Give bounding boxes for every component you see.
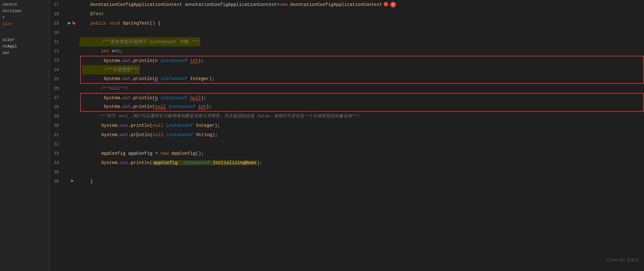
code-line-36: } — [79, 177, 644, 186]
ln-17: 17 — [50, 0, 62, 9]
code-text-27: System.out.println(n instanceof null); — [82, 93, 206, 103]
sidebar-item-4 — [0, 27, 49, 37]
sidebar-item-3[interactable]: ller — [0, 21, 49, 27]
code-line-23: System.out.println(n instanceof int); — [80, 56, 644, 65]
ln-29: 29 — [50, 112, 62, 121]
ln-23: 23 — [50, 56, 62, 65]
gutter-31 — [66, 130, 78, 140]
code-text-36: } — [79, 177, 93, 186]
gutter: ▶ 🔖 ⚑ — [66, 0, 78, 271]
code-line-26: /**null**/ — [79, 84, 644, 93]
ln-21: 21 — [50, 37, 62, 47]
code-line-21: /**基本类型不能用于 instanceof 判断.**/ — [79, 37, 644, 47]
code-text-28: System.out.println(null instanceof int); — [82, 102, 212, 111]
code-line-27: System.out.println(n instanceof null); — [80, 93, 644, 102]
code-line-17: AnnotationConfigApplicationContext annot… — [79, 0, 644, 9]
ln-22: 22 — [50, 47, 62, 56]
code-line-22: int n=1; — [79, 47, 644, 56]
code-text-24: /**引用类型**/ — [82, 65, 140, 74]
error-icon-17: 🔴 — [383, 0, 388, 9]
ln-28: 28 — [50, 102, 62, 112]
code-line-28: System.out.println(null instanceof int); — [80, 102, 644, 112]
gutter-18 — [66, 9, 78, 19]
gutter-27 — [66, 93, 78, 102]
code-text-34: System.out.println(appConfig instanceof … — [79, 158, 262, 167]
gutter-34 — [66, 158, 78, 167]
watermark: CSDN @L-李俊滚 — [607, 257, 639, 263]
ln-33: 33 — [50, 149, 62, 158]
sidebar: contro ntroller r ller oller ntAppl zer — [0, 0, 50, 271]
sidebar-item-7[interactable]: zer — [0, 50, 49, 56]
bookmark-icon-19[interactable]: 🔖 — [71, 19, 76, 28]
gutter-30 — [66, 121, 78, 130]
gutter-26 — [66, 84, 78, 93]
ln-25: 25 — [50, 74, 62, 84]
ln-35: 35 — [50, 167, 62, 177]
code-line-19: public void SpringTest() { — [79, 19, 644, 28]
code-text-26: /**null**/ — [79, 84, 128, 93]
error-badge-17: 9 — [390, 2, 396, 7]
gutter-21 — [66, 37, 78, 47]
gutter-17 — [66, 0, 78, 9]
sidebar-item-5[interactable]: oller — [0, 37, 49, 43]
editor: contro ntroller r ller oller ntAppl zer … — [0, 0, 644, 271]
code-text-23: System.out.println(n instanceof int); — [82, 56, 204, 65]
ln-24: 24 — [50, 65, 62, 74]
code-text-33: AppConfig appConfig = new AppConfig(); — [79, 149, 204, 158]
bookmark-icon-36[interactable]: ⚑ — [71, 177, 73, 186]
code-line-20 — [79, 28, 644, 37]
gutter-32 — [66, 140, 78, 149]
ln-20: 20 — [50, 28, 62, 37]
code-line-35 — [79, 167, 644, 177]
code-line-34: System.out.println(appConfig instanceof … — [79, 158, 644, 167]
code-lines[interactable]: AnnotationConfigApplicationContext annot… — [78, 0, 644, 271]
code-line-30: System.out.println(null instanceof Integ… — [79, 121, 644, 130]
ln-26: 26 — [50, 84, 62, 93]
sidebar-item-1[interactable]: ntroller — [0, 8, 49, 14]
code-line-25: System.out.println(n instanceof Integer)… — [80, 74, 644, 84]
gutter-36[interactable]: ⚑ — [66, 177, 78, 186]
gutter-33 — [66, 149, 78, 158]
sidebar-item-6[interactable]: ntAppl — [0, 43, 49, 50]
ln-19: 19 — [50, 19, 62, 28]
run-icon[interactable]: ▶ — [68, 19, 71, 28]
ln-31: 31 — [50, 130, 62, 140]
gutter-24 — [66, 65, 78, 74]
code-line-32 — [79, 140, 644, 149]
gutter-35 — [66, 167, 78, 177]
code-text-29: /**对于 null，我们可以看到它只能用来判断是否是引用类型，并且返回的总是 … — [79, 112, 360, 121]
sidebar-item-2[interactable]: r — [0, 14, 49, 21]
lines-container: 17 18 19 20 21 22 23 24 25 26 27 28 29 3… — [50, 0, 644, 271]
code-text-31: System.out.println(null instanceof Strin… — [79, 130, 218, 140]
code-text-17: AnnotationConfigApplicationContext annot… — [79, 0, 382, 9]
code-line-29: /**对于 null，我们可以看到它只能用来判断是否是引用类型，并且返回的总是 … — [79, 112, 644, 121]
code-line-33: AppConfig appConfig = new AppConfig(); — [79, 149, 644, 158]
code-text-25: System.out.println(n instanceof Integer)… — [82, 74, 214, 83]
ln-34: 34 — [50, 158, 62, 167]
gutter-29 — [66, 112, 78, 121]
ln-27: 27 — [50, 93, 62, 102]
code-line-31: System.out.println(null instanceof Strin… — [79, 130, 644, 140]
code-text-18: @Test — [79, 9, 104, 19]
gutter-20 — [66, 28, 78, 37]
code-line-18: @Test — [79, 9, 644, 19]
gutter-23 — [66, 56, 78, 65]
gutter-28 — [66, 102, 78, 112]
code-area: 17 18 19 20 21 22 23 24 25 26 27 28 29 3… — [50, 0, 644, 271]
ln-30: 30 — [50, 121, 62, 130]
code-text-22: int n=1; — [79, 47, 123, 56]
sidebar-item-0[interactable]: contro — [0, 1, 49, 8]
code-text-21: /**基本类型不能用于 instanceof 判断.**/ — [79, 37, 200, 47]
line-numbers: 17 18 19 20 21 22 23 24 25 26 27 28 29 3… — [50, 0, 66, 271]
code-line-24: /**引用类型**/ — [80, 65, 644, 74]
gutter-22 — [66, 47, 78, 56]
code-text-30: System.out.println(null instanceof Integ… — [79, 121, 220, 130]
gutter-25 — [66, 74, 78, 84]
code-text-19: public void SpringTest() { — [79, 19, 161, 28]
ln-32: 32 — [50, 140, 62, 149]
ln-36: 36 — [50, 177, 62, 186]
gutter-19[interactable]: ▶ 🔖 — [66, 19, 78, 28]
ln-18: 18 — [50, 9, 62, 19]
